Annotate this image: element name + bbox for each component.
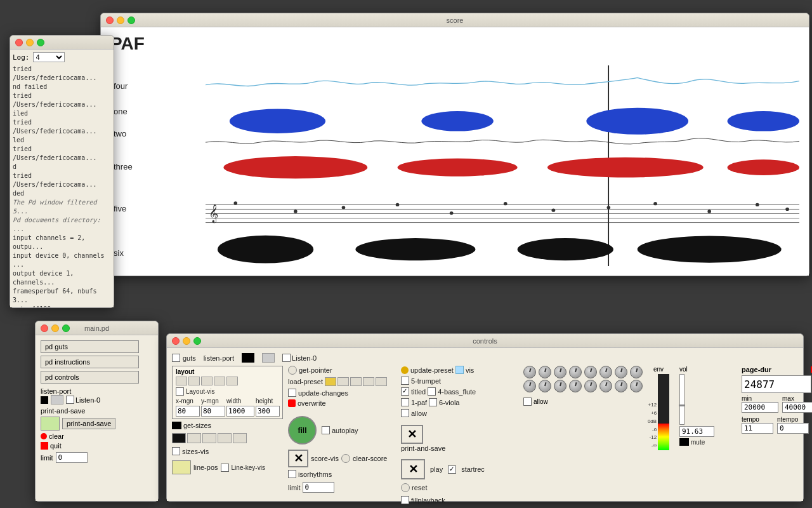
log-level-select[interactable]: 4	[33, 52, 65, 62]
layout-vis-checkbox[interactable]	[176, 387, 184, 396]
x-mgn-input[interactable]	[176, 406, 200, 417]
knob-10[interactable]	[539, 380, 551, 392]
listen-port-toggle2[interactable]	[51, 395, 63, 404]
controls-max-btn[interactable]	[193, 337, 201, 345]
titled-checkbox[interactable]	[401, 387, 409, 396]
listen-port-black-toggle[interactable]	[242, 353, 254, 363]
get-sizes-toggle[interactable]	[172, 422, 181, 429]
vol-input[interactable]	[679, 426, 714, 437]
fill-button[interactable]: fill	[288, 416, 317, 444]
guts-checkbox[interactable]	[172, 354, 180, 362]
bass-flute-checkbox[interactable]	[428, 387, 436, 396]
pd-guts-button[interactable]: pd guts	[41, 340, 139, 353]
line-key-vis-checkbox[interactable]	[221, 464, 229, 472]
min-input[interactable]	[742, 402, 778, 413]
svg-point-20	[552, 209, 556, 212]
clear-score-circle[interactable]	[341, 454, 350, 463]
knob-7[interactable]	[615, 366, 627, 378]
sizes-btn-2[interactable]	[187, 433, 201, 443]
fillplayback-checkbox[interactable]	[401, 496, 409, 504]
listen-0-checkbox[interactable]	[66, 396, 74, 404]
knob-16[interactable]	[630, 380, 643, 392]
layout-btn-3[interactable]	[201, 377, 213, 385]
controls-close-btn[interactable]	[172, 337, 180, 345]
log-close-btn[interactable]	[15, 39, 23, 46]
listen-port-gray-toggle[interactable]	[262, 353, 275, 363]
knob-1[interactable]	[523, 366, 536, 378]
mute-toggle[interactable]	[679, 438, 689, 446]
pd-controls-button[interactable]: pd controls	[41, 371, 139, 384]
log-min-btn[interactable]	[26, 39, 34, 46]
layout-btn-2[interactable]	[188, 377, 200, 385]
sizes-btn-4[interactable]	[218, 433, 232, 443]
update-preset-label: update-preset	[410, 366, 454, 374]
knob-4[interactable]	[569, 366, 582, 378]
paf-checkbox[interactable]	[401, 398, 409, 406]
sizes-vis-checkbox[interactable]	[172, 447, 180, 455]
knob-11[interactable]	[554, 380, 566, 392]
knob-5[interactable]	[584, 366, 597, 378]
fillplayback-label: fillplayback	[411, 497, 445, 504]
close-btn[interactable]	[106, 17, 114, 24]
autoplay-checkbox[interactable]	[322, 426, 330, 434]
knob-8[interactable]	[630, 366, 643, 378]
knob-15[interactable]	[615, 380, 627, 392]
tempo-input[interactable]	[742, 423, 773, 434]
listen-port-toggle[interactable]	[41, 396, 48, 404]
max-btn[interactable]	[128, 17, 135, 24]
layout-btn-1[interactable]	[176, 377, 187, 385]
sizes-btn-5[interactable]	[233, 433, 247, 443]
load-preset-btn-2[interactable]	[337, 377, 349, 386]
print-save-button[interactable]: print-and-save	[62, 418, 115, 429]
max-input[interactable]	[782, 402, 812, 413]
reset-circle[interactable]	[401, 483, 410, 492]
get-pointer-circle[interactable]	[288, 366, 297, 375]
knob-14[interactable]	[599, 380, 612, 392]
page-dur-input[interactable]	[742, 375, 811, 393]
main-max-btn[interactable]	[62, 324, 70, 332]
knob-12[interactable]	[569, 380, 582, 392]
load-preset-btn-1[interactable]	[325, 377, 336, 386]
print-save-ctrl-btn[interactable]: ✕	[401, 425, 423, 444]
y-mgn-input[interactable]	[201, 406, 225, 417]
load-preset-btn-4[interactable]	[363, 377, 374, 386]
ntempo-input[interactable]	[777, 423, 809, 434]
layout-btn-5[interactable]	[226, 377, 238, 385]
startrec-checkbox[interactable]	[448, 465, 456, 474]
clear-button[interactable]: clear	[49, 432, 64, 440]
sizes-btn-1[interactable]	[172, 433, 186, 443]
load-preset-btn-3[interactable]	[350, 377, 362, 386]
load-preset-btn-5[interactable]	[376, 377, 387, 386]
knob-6[interactable]	[599, 366, 612, 378]
trumpet-checkbox[interactable]	[401, 377, 409, 385]
score-vis-btn[interactable]: ✕	[288, 450, 308, 467]
vis-checkbox[interactable]	[455, 366, 464, 374]
allow-checkbox[interactable]	[401, 409, 409, 417]
layout-btn-4[interactable]	[214, 377, 225, 385]
line-pos-indicator	[172, 460, 191, 474]
update-changes-label: update-changes	[298, 389, 348, 397]
quit-button[interactable]: quit	[50, 442, 62, 450]
controls-min-btn[interactable]	[183, 337, 190, 345]
play-btn[interactable]: ✕	[401, 459, 425, 479]
main-min-btn[interactable]	[51, 324, 59, 332]
allow2-checkbox[interactable]	[523, 398, 532, 406]
main-close-btn[interactable]	[41, 324, 48, 332]
pd-instructions-button[interactable]: pd instructions	[41, 356, 139, 368]
sizes-btn-3[interactable]	[202, 433, 216, 443]
update-changes-checkbox[interactable]	[288, 389, 296, 397]
width-input[interactable]	[226, 406, 254, 417]
limit-input[interactable]	[56, 452, 88, 463]
log-max-btn[interactable]	[37, 39, 44, 46]
knob-2[interactable]	[539, 366, 551, 378]
knob-9[interactable]	[523, 380, 536, 392]
limit-ctrl-input[interactable]	[303, 482, 334, 493]
isorhythms-checkbox[interactable]	[288, 470, 296, 478]
listen-0-ctrl-checkbox[interactable]	[282, 354, 291, 362]
viola-checkbox[interactable]	[429, 398, 437, 406]
knob-13[interactable]	[584, 380, 597, 392]
vol-slider[interactable]	[679, 374, 684, 425]
knob-3[interactable]	[554, 366, 566, 378]
height-input[interactable]	[256, 406, 280, 417]
min-btn[interactable]	[117, 17, 124, 24]
